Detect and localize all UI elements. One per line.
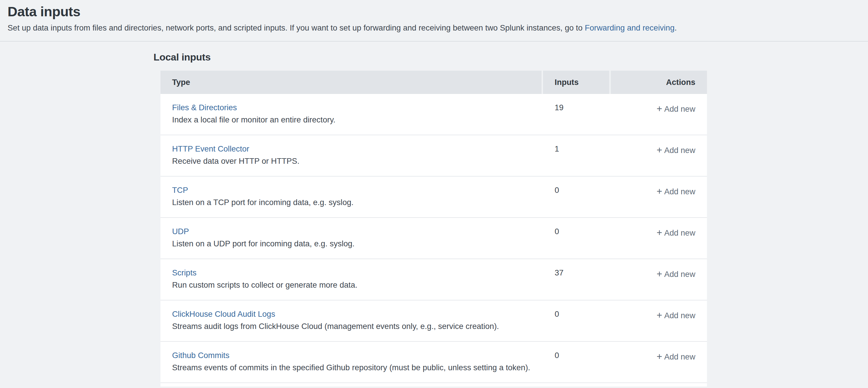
add-new-link[interactable]: +Add new — [657, 311, 695, 320]
add-new-link[interactable]: +Add new — [657, 105, 695, 113]
add-new-label: Add new — [664, 311, 695, 320]
add-new-label: Add new — [664, 352, 695, 361]
inputs-count: 0 — [543, 351, 611, 383]
actions-cell: +Add new — [611, 103, 707, 135]
add-new-label: Add new — [664, 146, 695, 155]
input-type-link[interactable]: Scripts — [172, 268, 196, 277]
plus-icon: + — [657, 145, 662, 155]
plus-icon: + — [657, 227, 662, 238]
actions-cell: +Add new — [611, 185, 707, 217]
input-type-link[interactable]: UDP — [172, 227, 189, 236]
input-type-link[interactable]: TCP — [172, 185, 188, 195]
type-cell: ClickHouse Cloud Audit Logs Streams audi… — [160, 309, 543, 341]
input-type-description: Streams audit logs from ClickHouse Cloud… — [172, 321, 543, 332]
inputs-count: 0 — [543, 227, 611, 259]
actions-cell: +Add new — [611, 351, 707, 383]
input-type-link[interactable]: Github Commits — [172, 351, 229, 360]
page-subtitle: Set up data inputs from files and direct… — [7, 23, 860, 33]
plus-icon: + — [657, 186, 662, 197]
input-type-description: Index a local file or monitor an entire … — [172, 115, 543, 125]
actions-cell: +Add new — [611, 268, 707, 300]
type-cell: Files & Directories Index a local file o… — [160, 103, 543, 135]
actions-cell: +Add new — [611, 309, 707, 341]
column-header-inputs: Inputs — [543, 71, 609, 94]
type-cell: HTTP Event Collector Receive data over H… — [160, 144, 543, 176]
type-cell: Scripts Run custom scripts to collect or… — [160, 268, 543, 300]
input-type-link[interactable]: HTTP Event Collector — [172, 144, 249, 154]
content-area: Local inputs Type Inputs Actions Files &… — [0, 41, 868, 387]
input-type-description: Run custom scripts to collect or generat… — [172, 280, 543, 290]
page-header: Data inputs Set up data inputs from file… — [0, 0, 868, 41]
input-type-description: Receive data over HTTP or HTTPS. — [172, 156, 543, 167]
plus-icon: + — [657, 268, 662, 279]
table-row: HTTP Event Collector Receive data over H… — [160, 135, 707, 177]
page-title: Data inputs — [7, 4, 860, 19]
actions-cell: +Add new — [611, 227, 707, 259]
input-type-description: Listen on a TCP port for incoming data, … — [172, 197, 543, 208]
actions-cell: +Add new — [611, 144, 707, 176]
type-cell: Github Commits Streams events of commits… — [160, 351, 543, 383]
table-row: UDP Listen on a UDP port for incoming da… — [160, 218, 707, 259]
inputs-count: 1 — [543, 144, 611, 176]
input-type-link[interactable]: Files & Directories — [172, 103, 237, 112]
inputs-count: 19 — [543, 103, 611, 135]
type-cell: TCP Listen on a TCP port for incoming da… — [160, 185, 543, 217]
inputs-count: 0 — [543, 185, 611, 217]
partial-next-row — [160, 383, 707, 387]
input-type-description: Listen on a UDP port for incoming data, … — [172, 239, 543, 249]
plus-icon: + — [657, 351, 662, 362]
table-row: Files & Directories Index a local file o… — [160, 94, 707, 135]
table-row: ClickHouse Cloud Audit Logs Streams audi… — [160, 300, 707, 342]
plus-icon: + — [657, 103, 662, 114]
inputs-count: 0 — [543, 309, 611, 341]
add-new-link[interactable]: +Add new — [657, 228, 695, 237]
input-type-link[interactable]: ClickHouse Cloud Audit Logs — [172, 309, 275, 319]
add-new-link[interactable]: +Add new — [657, 270, 695, 279]
inputs-count: 37 — [543, 268, 611, 300]
table-body: Files & Directories Index a local file o… — [160, 94, 707, 383]
add-new-link[interactable]: +Add new — [657, 187, 695, 196]
column-header-actions: Actions — [611, 71, 707, 94]
add-new-link[interactable]: +Add new — [657, 352, 695, 361]
column-header-type: Type — [160, 71, 541, 94]
table-row: TCP Listen on a TCP port for incoming da… — [160, 177, 707, 218]
type-cell: UDP Listen on a UDP port for incoming da… — [160, 227, 543, 259]
table-row: Github Commits Streams events of commits… — [160, 342, 707, 383]
plus-icon: + — [657, 310, 662, 321]
add-new-link[interactable]: +Add new — [657, 146, 695, 155]
subtitle-text: Set up data inputs from files and direct… — [7, 23, 585, 32]
subtitle-period: . — [674, 23, 677, 32]
input-type-description: Streams events of commits in the specifi… — [172, 362, 543, 373]
add-new-label: Add new — [664, 270, 695, 279]
local-inputs-table: Type Inputs Actions Files & Directories … — [160, 71, 707, 387]
add-new-label: Add new — [664, 105, 695, 113]
table-header-row: Type Inputs Actions — [160, 71, 707, 94]
add-new-label: Add new — [664, 187, 695, 196]
add-new-label: Add new — [664, 228, 695, 237]
section-title: Local inputs — [154, 52, 868, 63]
forwarding-and-receiving-link[interactable]: Forwarding and receiving — [585, 23, 675, 32]
table-row: Scripts Run custom scripts to collect or… — [160, 259, 707, 300]
